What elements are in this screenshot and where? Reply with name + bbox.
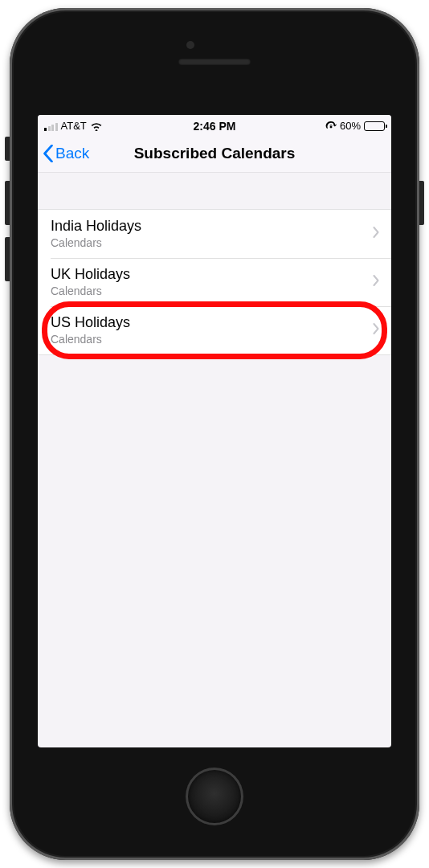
top-sensors [14, 59, 415, 65]
carrier-label: AT&T [61, 120, 87, 132]
chevron-right-icon [373, 227, 380, 241]
svg-rect-0 [330, 125, 333, 127]
row-subtitle: Calendars [51, 236, 364, 250]
chevron-right-icon [373, 323, 380, 338]
row-title: UK Holidays [51, 265, 364, 284]
chevron-left-icon [43, 145, 54, 162]
screen: AT&T 2:46 PM 60% [38, 115, 391, 747]
wifi-icon [90, 121, 103, 131]
battery-icon [364, 121, 385, 131]
battery-percent-label: 60% [340, 120, 361, 132]
section-header-spacer [38, 173, 391, 210]
calendar-row-india-holidays[interactable]: India Holidays Calendars [38, 210, 391, 258]
calendar-row-uk-holidays[interactable]: UK Holidays Calendars [38, 258, 391, 306]
cellular-signal-icon [44, 121, 58, 131]
earpiece-speaker-icon [178, 59, 251, 65]
row-subtitle: Calendars [51, 333, 364, 346]
phone-bezel: AT&T 2:46 PM 60% [14, 12, 415, 856]
home-button[interactable] [186, 768, 243, 825]
calendar-row-us-holidays[interactable]: US Holidays Calendars [38, 306, 391, 354]
front-camera-icon [186, 41, 194, 49]
phone-frame: AT&T 2:46 PM 60% [10, 8, 419, 860]
chevron-right-icon [373, 275, 380, 289]
back-label: Back [55, 145, 89, 162]
row-title: India Holidays [51, 217, 364, 235]
page-title: Subscribed Calendars [38, 145, 391, 162]
status-bar: AT&T 2:46 PM 60% [38, 115, 391, 134]
navigation-bar: Back Subscribed Calendars [38, 134, 391, 173]
back-button[interactable]: Back [38, 145, 89, 162]
power-button[interactable] [419, 181, 424, 225]
subscribed-calendars-list: India Holidays Calendars UK Holidays Cal… [38, 210, 391, 355]
row-title: US Holidays [51, 313, 364, 332]
rotation-lock-icon [325, 121, 337, 132]
row-subtitle: Calendars [51, 285, 364, 298]
